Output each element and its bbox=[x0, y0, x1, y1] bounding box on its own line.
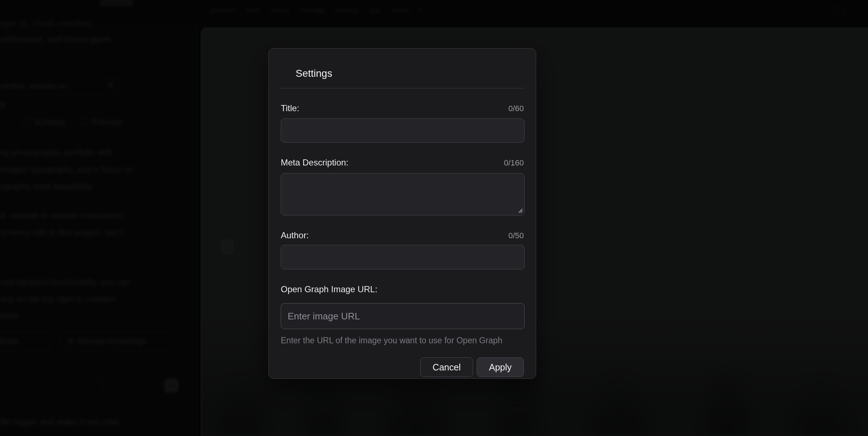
meta-description-field-row: Meta Description: 0/160 bbox=[281, 157, 524, 168]
cancel-button[interactable]: Cancel bbox=[420, 357, 473, 377]
title-input[interactable] bbox=[281, 118, 525, 143]
author-field-row: Author: 0/50 bbox=[281, 230, 524, 240]
author-label: Author: bbox=[281, 230, 309, 240]
modal-divider bbox=[279, 88, 525, 88]
modal-title: Settings bbox=[281, 49, 524, 80]
title-label: Title: bbox=[281, 103, 299, 113]
title-char-counter: 0/60 bbox=[508, 104, 524, 113]
meta-description-textarea[interactable] bbox=[281, 173, 525, 215]
settings-modal: Settings Title: 0/60 Meta Description: 0… bbox=[268, 48, 536, 379]
author-input[interactable] bbox=[281, 245, 525, 269]
og-image-url-input[interactable] bbox=[281, 303, 525, 329]
og-image-helper-text: Enter the URL of the image you want to u… bbox=[281, 336, 524, 345]
meta-description-char-counter: 0/160 bbox=[504, 158, 524, 168]
og-image-url-label: Open Graph Image URL: bbox=[281, 284, 377, 294]
author-char-counter: 0/50 bbox=[508, 231, 524, 240]
title-field-row: Title: 0/60 bbox=[281, 103, 524, 113]
og-image-field-row: Open Graph Image URL: bbox=[281, 284, 524, 294]
meta-description-label: Meta Description: bbox=[281, 157, 349, 168]
app-root: preview skills visual manage innards app… bbox=[0, 0, 868, 436]
modal-button-row: Cancel Apply bbox=[281, 357, 524, 377]
apply-button[interactable]: Apply bbox=[477, 357, 524, 377]
